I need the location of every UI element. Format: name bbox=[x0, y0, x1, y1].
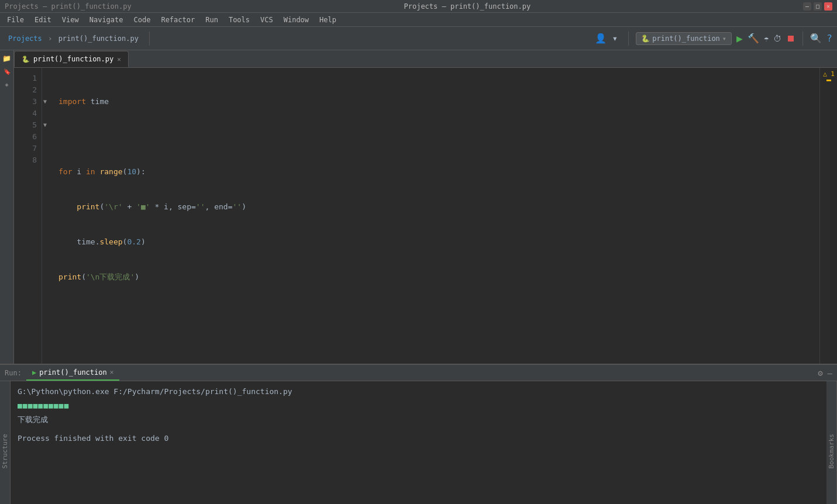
line-num-7: 7 bbox=[14, 143, 37, 154]
tab-label: print()_function.py bbox=[33, 55, 113, 63]
menu-code[interactable]: Code bbox=[129, 15, 156, 25]
menu-bar: File Edit View Navigate Code Refactor Ru… bbox=[0, 13, 837, 27]
menu-refactor[interactable]: Refactor bbox=[156, 15, 199, 25]
line-num-8: 8 bbox=[14, 154, 37, 166]
menu-vcs[interactable]: VCS bbox=[256, 15, 278, 25]
code-line-2 bbox=[58, 131, 812, 143]
run-config-chevron: ▾ bbox=[722, 34, 726, 43]
output-process-line: Process finished with exit code 0 bbox=[18, 433, 819, 444]
minimize-button[interactable]: — bbox=[803, 2, 811, 11]
code-line-8 bbox=[58, 341, 812, 353]
projects-label[interactable]: Projects bbox=[5, 32, 46, 45]
stop-button[interactable]: ⏹ bbox=[786, 33, 795, 44]
sidebar-icon-2[interactable]: 🔖 bbox=[1, 65, 13, 77]
bookmarks-label[interactable]: Bookmarks bbox=[826, 381, 837, 504]
window-controls: — □ ✕ bbox=[803, 2, 832, 11]
line-num-1: 1 bbox=[14, 73, 37, 84]
toolbar-right: 👤 ▾ 🐍 print()_function ▾ ▶ 🔨 ☂ ⏱ ⏹ 🔍 ? bbox=[591, 30, 832, 46]
file-breadcrumb[interactable]: print()_function.py bbox=[55, 32, 142, 45]
warning-marker-1 bbox=[826, 80, 831, 81]
menu-file[interactable]: File bbox=[2, 15, 29, 25]
minimize-panel-icon[interactable]: — bbox=[828, 368, 832, 378]
right-gutter: △ 1 bbox=[819, 68, 837, 364]
output-command-line: G:\Python\python.exe F:/Pycharm/Projects… bbox=[18, 386, 819, 398]
toolbar: Projects › print()_function.py 👤 ▾ 🐍 pri… bbox=[0, 27, 837, 50]
tab-close-button[interactable]: ✕ bbox=[117, 56, 121, 63]
window-title: Projects – print()_function.py bbox=[132, 2, 803, 11]
maximize-button[interactable]: □ bbox=[814, 2, 822, 11]
warning-count: △ 1 bbox=[823, 70, 835, 78]
sidebar-project-icon[interactable]: 📁 bbox=[1, 53, 13, 64]
toolbar-separator-3 bbox=[802, 32, 803, 46]
help-button[interactable]: ? bbox=[826, 33, 832, 44]
process-finished-text: Process finished with exit code 0 bbox=[18, 434, 168, 443]
left-sidebar: 📁 🔖 ◈ bbox=[0, 50, 14, 364]
output-download-text: 下载完成 bbox=[18, 414, 819, 426]
toolbar-separator-1 bbox=[149, 32, 150, 46]
run-config-label: print()_function bbox=[652, 34, 720, 43]
line-num-2: 2 bbox=[14, 84, 37, 96]
fold-marker-3[interactable]: ▼ bbox=[42, 96, 51, 108]
editor-tab-active[interactable]: 🐍 print()_function.py ✕ bbox=[14, 51, 129, 67]
structure-label[interactable]: Structure bbox=[0, 381, 11, 504]
run-tab-close[interactable]: ✕ bbox=[110, 368, 114, 376]
main-layout: 📁 🔖 ◈ 🐍 print()_function.py ✕ 1 2 3 4 5 … bbox=[0, 50, 837, 364]
run-label: Run: bbox=[5, 369, 22, 377]
run-settings-button[interactable]: ⚙ — bbox=[818, 368, 832, 378]
bookmarks-vert-label[interactable]: Bookmarks bbox=[826, 431, 836, 471]
code-line-6: print('\n下载完成') bbox=[58, 271, 812, 283]
title-bar: Projects – print()_function.py Projects … bbox=[0, 0, 837, 13]
run-output: G:\Python\python.exe F:/Pycharm/Projects… bbox=[11, 381, 826, 504]
code-line-3: for i in range(10): bbox=[58, 166, 812, 178]
tab-bar: 🐍 print()_function.py ✕ bbox=[14, 50, 837, 68]
sidebar-icon-3[interactable]: ◈ bbox=[1, 78, 13, 90]
line-num-5: 5 bbox=[14, 119, 37, 131]
code-line-4: print('\r' + '■' * i, sep='', end='') bbox=[58, 201, 812, 213]
code-line-1: import time bbox=[58, 96, 812, 108]
run-tab-active[interactable]: ▶ print()_function ✕ bbox=[26, 365, 119, 381]
close-button[interactable]: ✕ bbox=[824, 2, 832, 11]
profile-button[interactable]: 👤 ▾ bbox=[591, 30, 621, 46]
line-num-6: 6 bbox=[14, 131, 37, 143]
progress-blocks: ■■■■■■■■■■ bbox=[18, 400, 69, 412]
menu-view[interactable]: View bbox=[57, 15, 84, 25]
build-button[interactable]: 🔨 bbox=[748, 33, 759, 44]
output-progress-line: ■■■■■■■■■■ bbox=[18, 400, 819, 412]
menu-navigate[interactable]: Navigate bbox=[85, 15, 128, 25]
run-tab-icon: ▶ bbox=[32, 368, 36, 377]
toolbar-breadcrumb: Projects › print()_function.py bbox=[5, 32, 142, 45]
run-button[interactable]: ▶ bbox=[736, 32, 743, 44]
run-tab-label: print()_function bbox=[39, 368, 107, 377]
code-line-5: time.sleep(0.2) bbox=[58, 236, 812, 248]
line-numbers: 1 2 3 4 5 6 7 8 bbox=[14, 68, 42, 364]
run-output-area: Structure G:\Python\python.exe F:/Pychar… bbox=[0, 381, 837, 504]
run-tab-bar: Run: ▶ print()_function ✕ ⚙ — bbox=[0, 365, 837, 381]
menu-tools[interactable]: Tools bbox=[224, 15, 254, 25]
line-num-3: 3 bbox=[14, 96, 37, 108]
profile-run-button[interactable]: ⏱ bbox=[773, 34, 781, 43]
line-num-4: 4 bbox=[14, 108, 37, 119]
gear-icon[interactable]: ⚙ bbox=[818, 368, 822, 378]
structure-vert-label[interactable]: Structure bbox=[0, 431, 10, 471]
search-button[interactable]: 🔍 bbox=[810, 33, 822, 44]
menu-help[interactable]: Help bbox=[315, 15, 341, 25]
code-line-7 bbox=[58, 306, 812, 318]
code-content[interactable]: import time for i in range(10): print('\… bbox=[51, 68, 819, 364]
tab-file-icon: 🐍 bbox=[22, 56, 30, 63]
menu-window[interactable]: Window bbox=[279, 15, 314, 25]
menu-run[interactable]: Run bbox=[201, 15, 223, 25]
code-editor: 1 2 3 4 5 6 7 8 ▼ ▼ im bbox=[14, 68, 837, 364]
gutter-icons: ▼ ▼ bbox=[42, 68, 51, 364]
bottom-panel: Run: ▶ print()_function ✕ ⚙ — Structure … bbox=[0, 364, 837, 504]
menu-edit[interactable]: Edit bbox=[30, 15, 56, 25]
toolbar-separator-2 bbox=[628, 32, 629, 46]
coverage-button[interactable]: ☂ bbox=[764, 34, 769, 43]
run-config-icon: 🐍 bbox=[641, 34, 650, 43]
editor-area: 🐍 print()_function.py ✕ 1 2 3 4 5 6 7 8 bbox=[14, 50, 837, 364]
fold-marker-5[interactable]: ▼ bbox=[42, 119, 51, 131]
run-config-selector[interactable]: 🐍 print()_function ▾ bbox=[636, 32, 732, 45]
